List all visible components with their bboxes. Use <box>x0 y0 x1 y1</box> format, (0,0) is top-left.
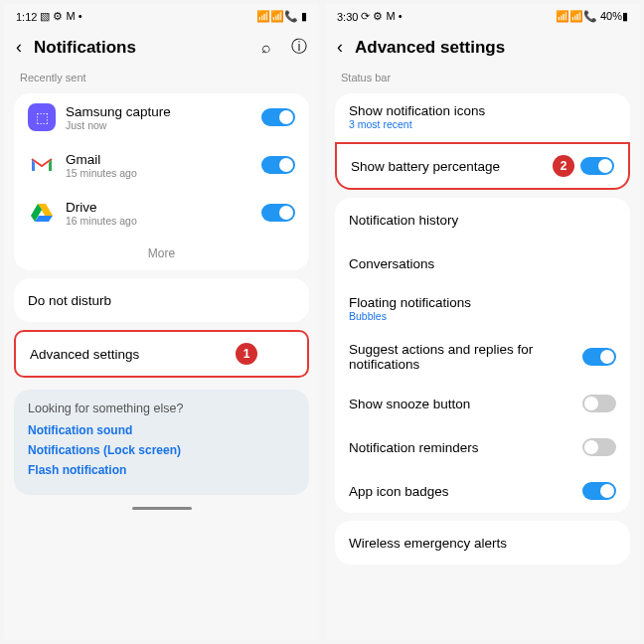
screen-advanced: 3:30 ⟳ ⚙ M • 📶📶📞 40%▮ ‹ Advanced setting… <box>325 4 640 640</box>
show-notif-icons-row[interactable]: Show notification icons3 most recent <box>335 93 630 140</box>
list-item[interactable]: Notification history <box>335 198 630 242</box>
back-icon[interactable]: ‹ <box>16 37 22 58</box>
list-item[interactable]: Wireless emergency alerts <box>335 521 630 564</box>
list-item[interactable]: Floating notificationsBubbles <box>335 285 630 332</box>
page-title: Notifications <box>34 38 242 58</box>
show-battery-row[interactable]: Show battery percentage 2 <box>337 144 628 188</box>
app-row[interactable]: Gmail15 minutes ago <box>14 141 309 189</box>
callout-badge: 1 <box>236 343 257 365</box>
app-row[interactable]: ⬚ Samsung captureJust now <box>14 93 309 141</box>
list-item[interactable]: Show snooze button <box>335 382 630 425</box>
advanced-settings-row[interactable]: Advanced settings <box>16 332 307 376</box>
back-icon[interactable]: ‹ <box>337 37 343 58</box>
gmail-icon <box>28 151 56 179</box>
search-icon[interactable]: ⌕ <box>261 39 271 57</box>
callout-badge: 2 <box>553 155 574 177</box>
list-item[interactable]: Notification reminders <box>335 425 630 469</box>
status-bar: 1:12 ▧ ⚙ M • 📶📶📞 ▮ <box>4 4 319 29</box>
list-item[interactable]: App icon badges <box>335 469 630 513</box>
info-icon[interactable]: ⓘ <box>291 37 307 58</box>
screen-notifications: 1:12 ▧ ⚙ M • 📶📶📞 ▮ ‹ Notifications ⌕ ⓘ R… <box>4 4 319 640</box>
toggle[interactable] <box>582 482 616 500</box>
status-bar: 3:30 ⟳ ⚙ M • 📶📶📞 40%▮ <box>325 4 640 29</box>
suggest-link[interactable]: Flash notification <box>28 463 295 477</box>
toggle[interactable] <box>261 156 295 174</box>
samsung-capture-icon: ⬚ <box>28 103 56 131</box>
suggestions: Looking for something else? Notification… <box>14 390 309 495</box>
toggle[interactable] <box>580 157 614 175</box>
section-label: Recently sent <box>4 66 319 89</box>
nav-handle[interactable] <box>132 507 192 510</box>
section-label: Status bar <box>325 66 640 89</box>
list-item[interactable]: Conversations <box>335 242 630 285</box>
toggle[interactable] <box>582 438 616 456</box>
list-item[interactable]: Suggest actions and replies for notifica… <box>335 332 630 382</box>
suggest-link[interactable]: Notifications (Lock screen) <box>28 443 295 457</box>
dnd-row[interactable]: Do not disturb <box>14 278 309 322</box>
toggle[interactable] <box>582 348 616 366</box>
more-button[interactable]: More <box>14 237 309 270</box>
toggle[interactable] <box>261 204 295 222</box>
toggle[interactable] <box>261 108 295 126</box>
page-title: Advanced settings <box>355 38 628 58</box>
drive-icon <box>28 199 56 227</box>
toggle[interactable] <box>582 395 616 412</box>
suggest-link[interactable]: Notification sound <box>28 423 295 437</box>
app-row[interactable]: Drive16 minutes ago <box>14 189 309 237</box>
